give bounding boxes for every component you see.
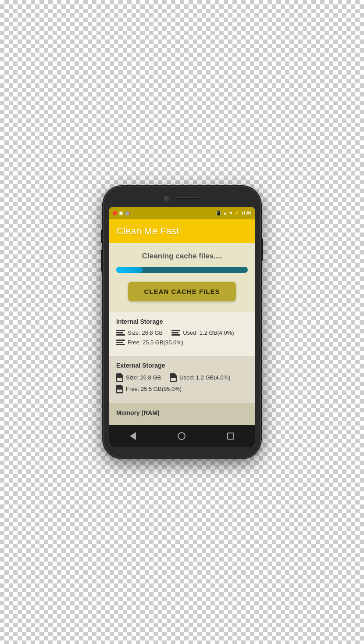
internal-storage-section: Internal Storage Size: 26.8 GB	[109, 312, 255, 356]
back-icon	[130, 432, 136, 440]
android-icon: 🤖	[125, 211, 130, 215]
memory-ram-title: Memory (RAM)	[116, 409, 248, 416]
signal-icon: ✕	[229, 211, 232, 215]
front-camera	[164, 196, 170, 202]
database-icon	[116, 329, 125, 336]
vibrate-icon: 📳	[216, 211, 221, 215]
home-button[interactable]	[178, 432, 186, 440]
database-used-icon	[171, 329, 180, 336]
external-size-label: Size: 26.8 GB	[126, 374, 161, 381]
external-storage-title: External Storage	[116, 362, 248, 369]
external-free-item: Free: 25.5 GB(95.0%)	[116, 385, 182, 394]
power-button	[261, 239, 263, 261]
internal-used-label: Used: 1.2 GB(4.0%)	[183, 329, 234, 336]
external-used-label: Used: 1.2 GB(4.0%)	[179, 374, 230, 381]
navigation-bar	[109, 425, 255, 447]
internal-storage-title: Internal Storage	[116, 318, 248, 325]
clean-cache-button[interactable]: CLEAN CACHE FILES	[128, 282, 236, 301]
internal-storage-row2: Free: 25.5 GB(95.0%)	[116, 339, 248, 346]
external-used-item: Used: 1.2 GB(4.0%)	[170, 373, 230, 382]
external-storage-row1: Size: 26.8 GB Used: 1.2 GB(4.0%)	[116, 373, 248, 382]
status-bar: ▣ 🤖 📳 ▲ ✕ ⚡ 11:09	[109, 207, 255, 219]
external-storage-row2: Free: 25.5 GB(95.0%)	[116, 385, 248, 394]
progress-bar-fill	[116, 267, 143, 273]
progress-bar-container	[116, 267, 248, 273]
recent-apps-icon	[227, 433, 234, 440]
internal-storage-row1: Size: 26.8 GB Used: 1.2 GB(4.0%)	[116, 329, 248, 336]
internal-size-item: Size: 26.8 GB	[116, 329, 163, 336]
database-free-icon	[116, 339, 125, 346]
external-storage-section: External Storage Size: 26.8 GB Used: 1.2…	[109, 356, 255, 403]
recent-apps-button[interactable]	[227, 433, 234, 440]
home-icon	[178, 432, 186, 440]
main-content: Cleaning cache files.... CLEAN CACHE FIL…	[109, 243, 255, 312]
phone-screen: ▣ 🤖 📳 ▲ ✕ ⚡ 11:09 Clean Me Fast Cleaning…	[109, 207, 255, 447]
sim-icon: ▣	[119, 211, 123, 215]
external-size-item: Size: 26.8 GB	[116, 373, 161, 382]
sd-card-used-icon	[170, 373, 177, 382]
volume-up-button	[101, 230, 103, 243]
time-display: 11:09	[241, 211, 251, 215]
phone-top-bar	[109, 194, 255, 204]
internal-free-label: Free: 25.5 GB(95.0%)	[128, 339, 183, 346]
external-free-label: Free: 25.5 GB(95.0%)	[126, 386, 182, 392]
notification-dot	[113, 211, 117, 215]
app-bar: Clean Me Fast	[109, 219, 255, 243]
earpiece-speaker	[174, 197, 200, 200]
battery-icon: ⚡	[234, 211, 239, 215]
internal-free-item: Free: 25.5 GB(95.0%)	[116, 339, 183, 346]
back-button[interactable]	[130, 432, 136, 440]
wifi-icon: ▲	[223, 211, 227, 215]
memory-ram-section: Memory (RAM)	[109, 403, 255, 425]
app-title: Clean Me Fast	[116, 225, 248, 237]
internal-size-label: Size: 26.8 GB	[128, 329, 163, 336]
phone-device: ▣ 🤖 📳 ▲ ✕ ⚡ 11:09 Clean Me Fast Cleaning…	[103, 186, 261, 458]
sd-card-icon	[116, 373, 123, 382]
internal-used-item: Used: 1.2 GB(4.0%)	[171, 329, 234, 336]
cleaning-status-text: Cleaning cache files....	[116, 252, 248, 261]
status-right-icons: 📳 ▲ ✕ ⚡ 11:09	[216, 211, 251, 215]
volume-down-button	[101, 250, 103, 272]
sd-card-free-icon	[116, 385, 123, 394]
status-left-icons: ▣ 🤖	[113, 211, 130, 215]
